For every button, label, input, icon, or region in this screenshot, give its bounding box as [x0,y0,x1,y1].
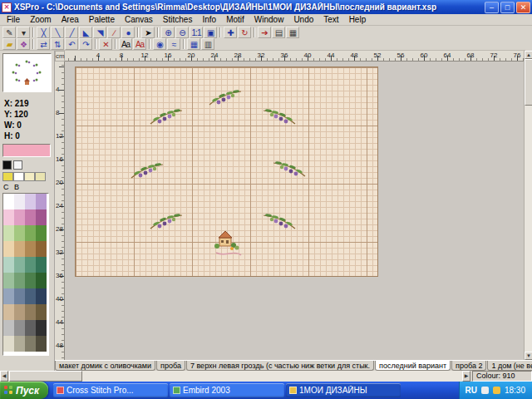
palette-swatch[interactable] [14,241,25,257]
palette-swatch[interactable] [3,209,14,225]
menu-item[interactable]: Window [249,14,289,25]
pencil-tool[interactable]: ✎ [2,27,16,38]
palette-swatch[interactable] [25,209,36,225]
delete-tool[interactable]: ✕ [99,38,112,50]
tab-maket-domik-s-olivochkami[interactable]: макет домик с оливочками [55,361,155,371]
zoom-fit-tool[interactable]: ▣ [204,27,217,38]
tab-proba-2[interactable]: проба 2 [451,361,486,371]
zoom-actual-tool[interactable]: 1:1 [190,27,203,38]
menu-item[interactable]: Canvas [120,14,158,25]
olive-branch-motif[interactable] [207,86,244,108]
palette-swatch[interactable] [25,288,36,304]
palette-swatch[interactable] [14,304,25,320]
menu-item[interactable]: Area [57,14,84,25]
horizontal-scroll-thumb[interactable] [9,371,82,382]
task-moi-dizayny[interactable]: 1МОИ ДИЗАЙНЫ [286,383,401,397]
tray-icon[interactable] [481,387,489,394]
pan-tool[interactable]: ✚ [224,27,237,38]
quarter-stitch-tool[interactable]: ◣ [79,27,92,38]
half-stitch-reverse-tool[interactable]: ╱ [65,27,78,38]
current-colour-swatch[interactable] [2,144,51,157]
rotate-left-tool[interactable]: ↶ [65,38,78,50]
tray-icon[interactable] [493,387,500,394]
menu-item[interactable]: Help [344,14,372,25]
language-indicator[interactable]: RU [466,386,477,395]
grid-toggle-tool[interactable]: ▦ [286,27,299,38]
palette-swatch[interactable] [14,288,25,304]
text-colour-tool[interactable]: Aa [133,38,146,50]
palette-swatch[interactable] [3,288,14,304]
olive-branch-motif[interactable] [261,210,298,232]
menu-item[interactable]: Info [197,14,221,25]
mini-swatch[interactable] [13,160,22,170]
palette-swatch[interactable] [36,273,47,288]
colour-picker-tool[interactable]: ▰ [2,38,16,50]
scroll-up-button[interactable]: ▲ [525,51,532,59]
house-motif[interactable] [209,228,243,256]
olive-branch-motif[interactable] [261,106,298,127]
fabric-tool[interactable]: ▦ [187,38,200,50]
scroll-down-button[interactable]: ▼ [525,352,532,360]
palette-swatch[interactable] [36,336,47,352]
palette-swatch[interactable] [25,336,36,352]
thread-tool[interactable]: ≈ [167,38,180,50]
full-stitch-tool[interactable]: ╳ [37,27,50,38]
quick-swatch[interactable] [13,172,24,181]
close-button[interactable]: ✕ [516,2,530,13]
text-tool[interactable]: Aa [119,38,132,50]
canvas[interactable] [65,62,524,360]
palette-swatch[interactable] [3,336,14,352]
palette-swatch[interactable] [36,304,47,320]
palette-swatch[interactable] [25,241,36,257]
palette-swatch[interactable] [14,273,25,288]
palette-swatch[interactable] [25,273,36,288]
palette-swatch[interactable] [3,241,14,257]
palette-swatch[interactable] [25,225,36,241]
select-arrow-tool[interactable]: ➤ [141,27,155,38]
palette-swatch[interactable] [36,194,47,209]
half-stitch-tool[interactable]: ╲ [51,27,64,38]
minimize-button[interactable]: – [485,2,499,13]
zoom-in-tool[interactable]: ⊕ [161,27,175,38]
palette-swatch[interactable] [14,336,25,352]
scroll-right-button[interactable]: ▶ [462,371,470,382]
palette-swatch[interactable] [25,194,36,209]
palette-swatch[interactable] [36,288,47,304]
palette-swatch[interactable] [3,225,14,241]
mini-swatch[interactable] [2,160,12,170]
olive-branch-motif[interactable] [271,158,308,180]
palette-swatch[interactable] [36,209,47,225]
task-embird-2003[interactable]: Embird 2003 [170,383,284,397]
quick-swatch[interactable] [24,172,35,181]
horizontal-scrollbar[interactable]: ◀ ▶ [0,371,470,382]
palette-swatch[interactable] [36,225,47,241]
olive-branch-motif[interactable] [129,160,165,181]
menu-item[interactable]: Stitches [158,14,198,25]
quick-swatch[interactable] [35,172,46,181]
palette-swatch[interactable] [14,320,25,336]
menu-item[interactable]: Text [318,14,343,25]
tab-posledniy-variant[interactable]: последний вариант [375,361,451,371]
tab-dom-ne-ves[interactable]: 1 дом (не весь для стыковки) [487,361,532,371]
palette-swatch[interactable] [25,320,36,336]
scroll-left-button[interactable]: ◀ [0,371,8,382]
menu-item[interactable]: Undo [288,14,318,25]
copy-motif-tool[interactable]: ▤ [272,27,285,38]
palette-swatch[interactable] [36,320,47,336]
palette-swatch[interactable] [14,194,25,209]
three-quarter-stitch-tool[interactable]: ◥ [93,27,106,38]
menu-item[interactable]: Motif [221,14,249,25]
palette-swatch[interactable] [36,241,47,257]
menu-item[interactable]: File [2,14,25,25]
vertical-scrollbar[interactable]: ▲ ▼ [524,51,532,360]
tab-verhn-levaya-grozd[interactable]: 7 верхн левая гроздь (с частью ниж ветки… [186,361,374,371]
design-preview-thumbnail[interactable] [2,53,52,92]
start-button[interactable]: Пуск [0,382,48,399]
colour-wheel-tool[interactable]: ◉ [153,38,166,50]
export-tool[interactable]: ▥ [201,38,214,50]
maximize-button[interactable]: □ [500,2,515,13]
pencil-dropdown[interactable]: ▾ [17,27,30,38]
palette-swatch[interactable] [3,273,14,288]
palette-swatch[interactable] [14,257,25,273]
zoom-out-tool[interactable]: ⊖ [175,27,189,38]
